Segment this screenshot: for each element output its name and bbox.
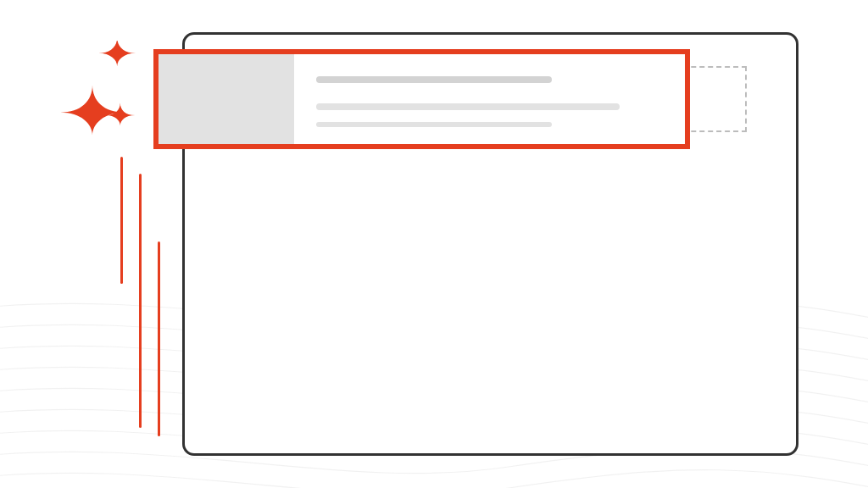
card-text-placeholder [316, 122, 552, 127]
card-title-placeholder [316, 76, 552, 83]
sparkle-icon [47, 41, 157, 146]
highlighted-item-card[interactable] [153, 49, 690, 149]
card-thumbnail [159, 54, 294, 144]
card-text-placeholder [316, 103, 620, 110]
